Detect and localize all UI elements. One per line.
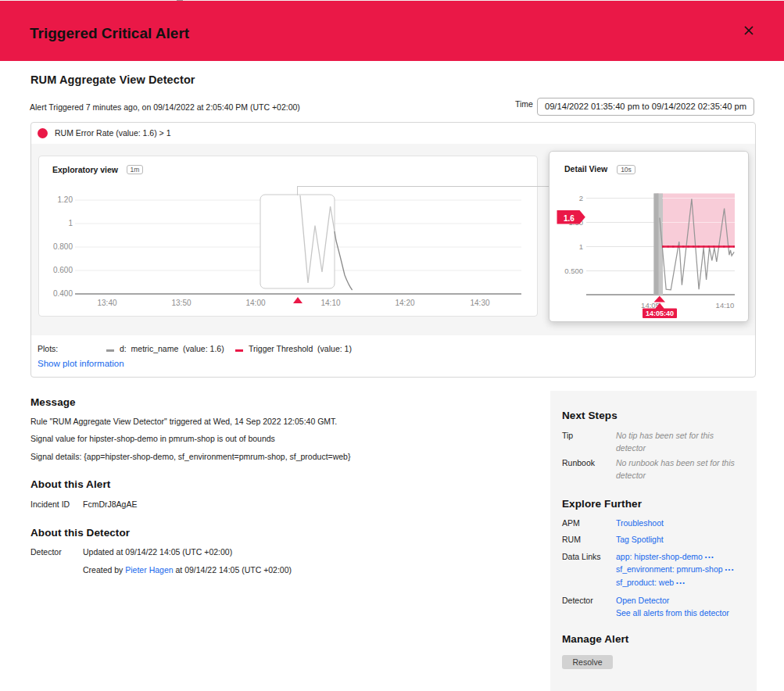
svg-text:13:50: 13:50 [171,299,191,307]
svg-text:14:05:40: 14:05:40 [646,310,674,317]
svg-text:0.500: 0.500 [564,267,583,275]
svg-text:0.600: 0.600 [53,266,73,274]
svg-text:14:10: 14:10 [716,301,735,310]
svg-text:0.800: 0.800 [53,242,73,251]
svg-text:2: 2 [579,194,583,202]
svg-text:14:00: 14:00 [245,299,265,307]
svg-text:14:20: 14:20 [395,299,414,307]
svg-text:14:10: 14:10 [320,299,340,307]
svg-text:1: 1 [579,242,583,251]
svg-text:1.20: 1.20 [58,195,73,204]
svg-text:13:40: 13:40 [97,299,116,307]
svg-text:1: 1 [68,219,73,227]
svg-text:1.6: 1.6 [564,214,575,223]
svg-text:14:30: 14:30 [470,299,489,307]
svg-text:0.400: 0.400 [53,289,73,298]
